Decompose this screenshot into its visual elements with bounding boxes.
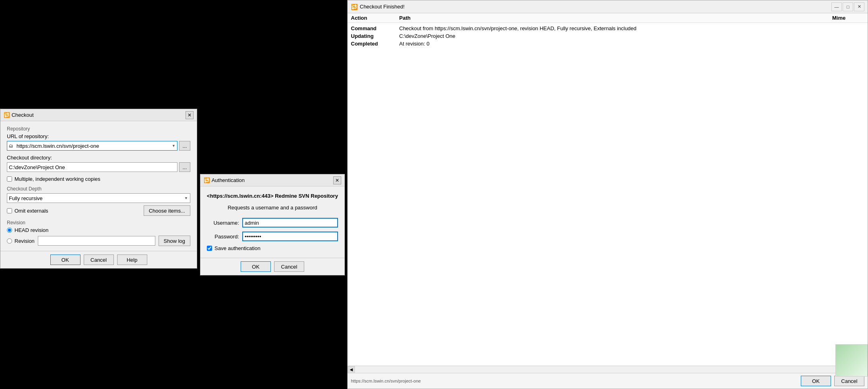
show-log-button[interactable]: Show log — [159, 236, 190, 246]
head-revision-radio[interactable] — [7, 228, 12, 233]
password-label: Password: — [207, 234, 239, 240]
depth-section: Checkout Depth Fully recursive Immediate… — [7, 186, 190, 216]
omit-externals-checkbox[interactable] — [7, 208, 12, 213]
username-input[interactable] — [242, 218, 338, 228]
revision-label: Revision — [14, 238, 35, 244]
checkout-finished-window: 🔁 Checkout Finished! — □ ✕ Action Path M… — [347, 0, 868, 389]
repository-section: Repository URL of repository: 🗂 ▼ ... — [7, 126, 190, 151]
password-input[interactable] — [242, 232, 338, 241]
row-path-1: C:\devZone\Project One — [399, 33, 832, 39]
revision-row: HEAD revision Revision Show log — [7, 227, 190, 246]
revision-radio[interactable] — [7, 238, 12, 244]
save-auth-label: Save authentication — [214, 245, 260, 251]
table-body: Command Checkout from https://scm.lswin.… — [348, 23, 868, 366]
horizontal-scrollbar[interactable]: ◀ ▶ — [348, 366, 868, 373]
checkout-ok-button[interactable]: OK — [50, 255, 80, 265]
omit-externals-row: Omit externals — [7, 208, 48, 214]
multiple-copies-row: Multiple, independent working copies — [7, 176, 190, 182]
head-revision-row: HEAD revision — [7, 227, 190, 233]
cf-ok-button[interactable]: OK — [801, 376, 831, 386]
repository-section-label: Repository — [7, 126, 190, 132]
revision-section-label: Revision — [7, 220, 190, 226]
checkout-finished-content: Action Path Mime Command Checkout from h… — [348, 13, 868, 373]
checkout-close-button[interactable]: ✕ — [186, 111, 194, 119]
auth-close-button[interactable]: ✕ — [333, 176, 341, 184]
revision-input-row: Revision Show log — [7, 236, 190, 246]
checkout-dir-section: Checkout directory: ... — [7, 155, 190, 172]
depth-select-wrapper: Fully recursive Immediate children Only … — [7, 193, 190, 203]
column-mime: Mime — [832, 15, 864, 21]
checkout-titlebar-icon: 🔁 — [4, 112, 10, 118]
checkout-dir-row: ... — [7, 162, 190, 172]
row-path-0: Checkout from https://scm.lswin.cn/svn/p… — [399, 25, 832, 31]
url-input-wrapper[interactable]: 🗂 ▼ — [7, 141, 177, 151]
url-dropdown-icon[interactable]: ▼ — [172, 144, 175, 148]
checkout-titlebar: 🔁 Checkout ✕ — [0, 109, 197, 121]
checkout-cancel-button[interactable]: Cancel — [84, 255, 114, 265]
table-row: Command Checkout from https://scm.lswin.… — [351, 25, 864, 32]
auth-titlebar-icon: 🔁 — [204, 177, 210, 183]
row-action-2: Completed — [351, 41, 399, 47]
table-header: Action Path Mime — [348, 13, 868, 23]
revision-input[interactable] — [38, 236, 155, 246]
scroll-left-button[interactable]: ◀ — [348, 366, 355, 373]
checkout-help-button[interactable]: Help — [117, 255, 147, 265]
close-button[interactable]: ✕ — [854, 2, 864, 11]
checkout-titlebar-title: Checkout — [12, 112, 186, 118]
auth-subtitle: Requests a username and a password — [207, 205, 338, 211]
url-input[interactable] — [16, 143, 170, 149]
multiple-copies-checkbox[interactable] — [7, 176, 12, 182]
auth-titlebar-title: Authentication — [212, 177, 333, 183]
auth-ok-button[interactable]: OK — [241, 261, 271, 272]
url-field-row: 🗂 ▼ ... — [7, 141, 190, 151]
multiple-copies-label: Multiple, independent working copies — [14, 176, 100, 182]
url-label: URL of repository: — [7, 133, 190, 139]
url-icon: 🗂 — [9, 143, 13, 148]
column-action: Action — [351, 15, 399, 21]
url-browse-button[interactable]: ... — [179, 141, 190, 151]
maximize-button[interactable]: □ — [843, 2, 853, 11]
auth-dialog: 🔁 Authentication ✕ <https://scm.lswin.cn… — [200, 174, 345, 275]
password-row: Password: — [207, 232, 338, 241]
checkout-dir-input[interactable] — [7, 162, 177, 172]
row-action-1: Updating — [351, 33, 399, 39]
checkout-dialog: 🔁 Checkout ✕ Repository URL of repositor… — [0, 109, 197, 269]
checkout-body: Repository URL of repository: 🗂 ▼ ... Ch… — [0, 121, 197, 251]
cf-thumbnail-decoration — [835, 344, 868, 373]
revision-radio-row: Revision — [7, 238, 35, 244]
save-auth-checkbox[interactable] — [207, 246, 212, 251]
checkout-dir-label: Checkout directory: — [7, 155, 190, 161]
table-row: Completed At revision: 0 — [351, 40, 864, 48]
cf-cancel-button[interactable]: Cancel — [834, 376, 864, 386]
revision-section: Revision HEAD revision Revision Show log — [7, 220, 190, 246]
row-mime-2 — [832, 41, 864, 47]
window-controls: — □ ✕ — [831, 2, 864, 11]
auth-body: <https://scm.lswin.cn:443> Redmine SVN R… — [200, 186, 344, 258]
checkout-finished-titlebar: 🔁 Checkout Finished! — □ ✕ — [348, 0, 868, 13]
save-auth-row: Save authentication — [207, 245, 338, 251]
minimize-button[interactable]: — — [831, 2, 842, 11]
auth-cancel-button[interactable]: Cancel — [274, 261, 304, 272]
auth-server-label: <https://scm.lswin.cn:443> Redmine SVN R… — [207, 193, 338, 199]
checkout-footer: OK Cancel Help — [0, 251, 197, 268]
omit-choose-row: Omit externals Choose items... — [7, 205, 190, 216]
head-revision-label: HEAD revision — [14, 227, 49, 233]
table-row: Updating C:\devZone\Project One — [351, 32, 864, 40]
depth-select[interactable]: Fully recursive Immediate children Only … — [7, 193, 190, 203]
row-mime-0 — [832, 25, 864, 31]
row-mime-1 — [832, 33, 864, 39]
auth-titlebar: 🔁 Authentication ✕ — [200, 174, 344, 186]
scroll-track[interactable] — [355, 366, 860, 373]
username-label: Username: — [207, 220, 239, 226]
checkout-finished-footer: https://scm.lswin.cn/svn/project-one OK … — [348, 373, 868, 389]
row-path-2: At revision: 0 — [399, 41, 832, 47]
depth-section-label: Checkout Depth — [7, 186, 190, 192]
row-action-0: Command — [351, 25, 399, 31]
auth-footer: OK Cancel — [200, 258, 344, 275]
choose-items-button[interactable]: Choose items... — [144, 205, 190, 216]
checkout-dir-browse-button[interactable]: ... — [179, 162, 190, 172]
depth-row: Fully recursive Immediate children Only … — [7, 193, 190, 203]
username-row: Username: — [207, 218, 338, 228]
titlebar-icon: 🔁 — [351, 4, 357, 10]
footer-url: https://scm.lswin.cn/svn/project-one — [351, 379, 798, 383]
